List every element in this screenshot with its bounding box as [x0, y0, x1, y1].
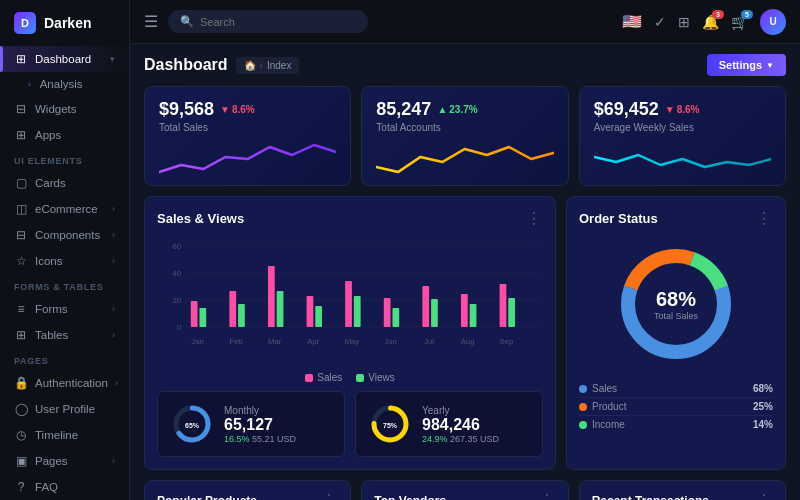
grid-nav-icon[interactable]: ⊞ [678, 14, 690, 30]
checkmark-icon[interactable]: ✓ [654, 14, 666, 30]
order-status-card: Order Status ⋮ 68% Total [566, 196, 786, 470]
order-legend: Sales 68% Product 25% [579, 380, 773, 433]
sidebar-item-forms[interactable]: ≡ Forms › [0, 296, 129, 322]
stat-label: Total Accounts [376, 122, 553, 133]
cart-icon[interactable]: 🛒 5 [731, 14, 748, 30]
arrow-icon: › [112, 330, 115, 340]
hamburger-icon[interactable]: ☰ [144, 12, 158, 31]
section-forms-label: FORMS & TABLES [0, 274, 129, 296]
breadcrumb: 🏠 › Index [236, 57, 300, 74]
recent-transactions-title: Recent Transactions [592, 494, 709, 501]
monthly-stat-card: 65% Monthly 65,127 16.5% 55.21 USD [157, 391, 345, 457]
settings-button[interactable]: Settings ▼ [707, 54, 786, 76]
mini-chart-sales [159, 137, 336, 177]
svg-text:Feb: Feb [229, 337, 243, 346]
faq-icon: ? [14, 480, 28, 494]
svg-rect-24 [500, 284, 507, 327]
arrow-icon: › [112, 230, 115, 240]
recent-transactions-card: Recent Transactions ⋮ [579, 480, 786, 500]
monthly-pct: 16.5% [224, 434, 250, 444]
sidebar-item-cards[interactable]: ▢ Cards [0, 170, 129, 196]
section-ui-label: UI ELEMENTS [0, 148, 129, 170]
flag-button[interactable]: 🇺🇸 [622, 12, 642, 31]
svg-rect-17 [354, 296, 361, 327]
sidebar-item-label: Analysis [40, 78, 83, 90]
arrow-icon: › [115, 378, 118, 388]
pct-value: 8.6% [677, 104, 700, 115]
components-icon: ⊟ [14, 228, 28, 242]
notification-badge: 3 [712, 10, 724, 19]
monthly-donut: 65% [170, 402, 214, 446]
sidebar-item-label: Components [35, 229, 100, 241]
popular-products-title: Popular Products [157, 494, 257, 501]
views-dot [356, 374, 364, 382]
monthly-sub: 16.5% 55.21 USD [224, 434, 296, 444]
order-legend-product: Product 25% [579, 398, 773, 416]
yearly-stat-card: 75% Yearly 984,246 24.9% 267.35 USD [355, 391, 543, 457]
sidebar-item-label: Tables [35, 329, 68, 341]
sidebar-item-label: User Profile [35, 403, 95, 415]
apps-icon: ⊞ [14, 128, 28, 142]
notification-bell[interactable]: 🔔 3 [702, 14, 719, 30]
nav-icons: 🇺🇸 ✓ ⊞ 🔔 3 🛒 5 U [622, 9, 786, 35]
search-bar[interactable]: 🔍 [168, 10, 368, 33]
sidebar-item-icons[interactable]: ☆ Icons › [0, 248, 129, 274]
order-more-icon[interactable]: ⋮ [756, 209, 773, 228]
sidebar-item-authentication[interactable]: 🔒 Authentication › [0, 370, 129, 396]
sub-arrow-icon: › [28, 80, 31, 89]
sidebar-item-user-profile[interactable]: ◯ User Profile [0, 396, 129, 422]
svg-text:Apr: Apr [307, 337, 319, 346]
svg-rect-19 [392, 308, 399, 327]
arrow-icon: › [112, 256, 115, 266]
svg-rect-16 [345, 281, 352, 327]
svg-rect-23 [470, 304, 477, 327]
widgets-icon: ⊟ [14, 102, 28, 116]
svg-rect-10 [229, 291, 236, 327]
breadcrumb-separator: › [260, 60, 263, 71]
arrow-icon: ▾ [110, 54, 115, 64]
sidebar-item-components[interactable]: ⊟ Components › [0, 222, 129, 248]
svg-rect-9 [199, 308, 206, 327]
bar-chart: 60 40 20 0 [157, 236, 543, 366]
order-status-title: Order Status [579, 211, 658, 226]
sidebar-item-analysis[interactable]: › Analysis [0, 72, 129, 96]
svg-rect-14 [307, 296, 314, 327]
svg-rect-20 [422, 286, 429, 327]
transactions-more-icon[interactable]: ⋮ [756, 491, 773, 500]
user-avatar[interactable]: U [760, 9, 786, 35]
sidebar-item-label: FAQ [35, 481, 58, 493]
legend-views: Views [356, 372, 395, 383]
sidebar-item-pages[interactable]: ▣ Pages › [0, 448, 129, 474]
sidebar-logo[interactable]: D Darken [0, 0, 129, 46]
vendors-more-icon[interactable]: ⋮ [539, 491, 556, 500]
sidebar-item-faq[interactable]: ? FAQ [0, 474, 129, 500]
sidebar-item-label: Authentication [35, 377, 108, 389]
sidebar-item-dashboard[interactable]: ⊞ Dashboard ▾ [0, 46, 129, 72]
sidebar-item-timeline[interactable]: ◷ Timeline [0, 422, 129, 448]
legend-sales: Sales [305, 372, 342, 383]
svg-rect-21 [431, 299, 438, 327]
stat-label: Average Weekly Sales [594, 122, 771, 133]
svg-text:May: May [345, 337, 360, 346]
order-donut-center: 68% Total Sales [654, 288, 698, 321]
search-input[interactable] [200, 16, 356, 28]
sidebar-item-ecommerce[interactable]: ◫ eCommerce › [0, 196, 129, 222]
content-area: Dashboard 🏠 › Index Settings ▼ $9,568 ▼ [130, 44, 800, 500]
svg-text:Sep: Sep [499, 337, 513, 346]
order-legend-income: Income 14% [579, 416, 773, 433]
sidebar-item-apps[interactable]: ⊞ Apps [0, 122, 129, 148]
cart-badge: 5 [741, 10, 753, 19]
svg-rect-12 [268, 266, 275, 327]
user-icon: ◯ [14, 402, 28, 416]
popular-more-icon[interactable]: ⋮ [321, 491, 338, 500]
sidebar-item-widgets[interactable]: ⊟ Widgets [0, 96, 129, 122]
yearly-donut-center: 75% [383, 417, 397, 431]
sidebar-item-label: Widgets [35, 103, 77, 115]
more-options-icon[interactable]: ⋮ [526, 209, 543, 228]
svg-text:60: 60 [173, 242, 182, 251]
svg-text:0: 0 [177, 323, 182, 332]
stat-value: $69,452 [594, 99, 659, 120]
sidebar-item-tables[interactable]: ⊞ Tables › [0, 322, 129, 348]
icons-icon: ☆ [14, 254, 28, 268]
breadcrumb-item: Index [267, 60, 291, 71]
